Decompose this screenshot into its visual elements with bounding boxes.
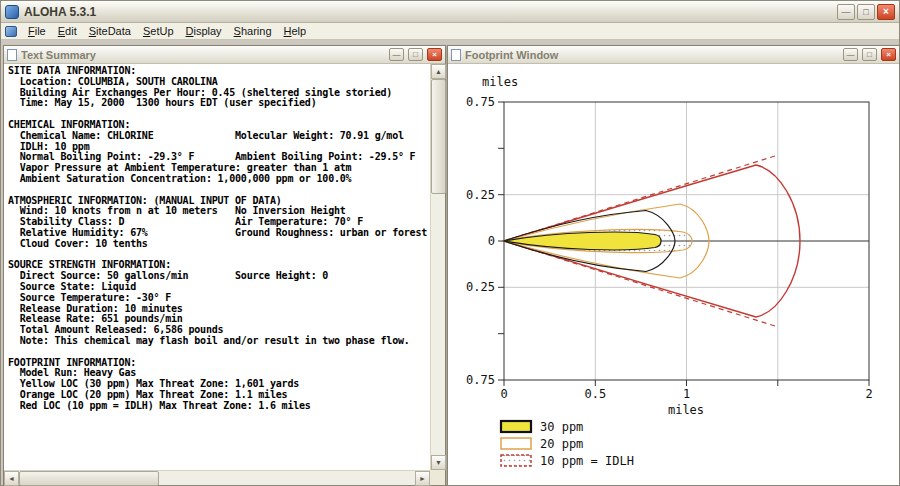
y-tick: 0.25	[466, 280, 495, 294]
minimize-button[interactable]: —	[389, 48, 404, 61]
x-axis-title: miles	[668, 403, 704, 417]
text-summary-window: Text Summary — □ × SITE DATA INFORMATION…	[3, 45, 446, 486]
footprint-chart: miles miles	[448, 64, 899, 485]
main-titlebar[interactable]: ALOHA 5.3.1 — □ ×	[1, 1, 899, 23]
scroll-up-icon[interactable]: ▲	[431, 64, 446, 79]
maximize-button[interactable]: □	[408, 48, 423, 61]
y-axis-title: miles	[482, 75, 518, 89]
footprint-title: Footprint Window	[465, 49, 839, 61]
menu-item-file[interactable]: File	[22, 24, 52, 38]
vertical-scrollbar-thumb[interactable]	[431, 79, 446, 194]
mdi-area: Text Summary — □ × SITE DATA INFORMATION…	[2, 41, 898, 484]
x-tick: 0	[500, 387, 507, 401]
text-summary-title: Text Summary	[21, 49, 385, 61]
legend: 30 ppm 20 ppm 10 ppm = IDLH	[501, 420, 634, 468]
footprint-titlebar[interactable]: Footprint Window — □ ×	[448, 46, 899, 64]
scroll-left-icon[interactable]: ◄	[4, 471, 19, 486]
menu-item-sharing[interactable]: Sharing	[228, 24, 278, 38]
horizontal-scrollbar-thumb[interactable]	[19, 471, 159, 486]
legend-swatch-red	[501, 455, 531, 466]
menubar: FileEditSiteDataSetUpDisplaySharingHelp	[1, 23, 899, 40]
footprint-window: Footprint Window — □ × miles miles	[447, 45, 900, 486]
app-title: ALOHA 5.3.1	[24, 5, 837, 19]
y-tick: 0.75	[466, 373, 495, 387]
x-tick-labels: 0 0.5 1 2	[500, 387, 872, 401]
maximize-button[interactable]: □	[857, 4, 875, 20]
x-tick: 0.5	[584, 387, 606, 401]
document-icon	[7, 49, 17, 61]
text-summary-content: SITE DATA INFORMATION: Location: COLUMBI…	[4, 64, 445, 485]
y-tick: 0.75	[466, 95, 495, 109]
close-button[interactable]: ×	[877, 4, 895, 20]
minimize-button[interactable]: —	[843, 48, 858, 61]
legend-label: 20 ppm	[540, 437, 583, 451]
x-tick: 1	[683, 387, 690, 401]
y-tick: 0	[488, 234, 495, 248]
horizontal-scrollbar[interactable]: ◄ ►	[4, 470, 430, 485]
minimize-button[interactable]: —	[837, 4, 855, 20]
menu-item-display[interactable]: Display	[180, 24, 228, 38]
menu-item-setup[interactable]: SetUp	[137, 24, 180, 38]
legend-swatch-yellow	[501, 421, 531, 432]
menu-item-help[interactable]: Help	[278, 24, 313, 38]
document-icon	[451, 49, 461, 61]
document-icon	[5, 26, 17, 37]
menu-item-sitedata[interactable]: SiteData	[83, 24, 137, 38]
vertical-scrollbar[interactable]: ▲ ▼	[430, 64, 445, 470]
menu-item-edit[interactable]: Edit	[52, 24, 83, 38]
y-tick: 0.25	[466, 188, 495, 202]
close-button[interactable]: ×	[427, 48, 442, 61]
legend-swatch-orange	[501, 438, 531, 449]
close-button[interactable]: ×	[881, 48, 896, 61]
y-tick-labels: 0.75 0.25 0 0.25 0.75	[466, 95, 495, 387]
x-tick: 2	[865, 387, 872, 401]
text-summary-titlebar[interactable]: Text Summary — □ ×	[4, 46, 445, 64]
scrollbar-corner	[430, 470, 445, 485]
summary-text: SITE DATA INFORMATION: Location: COLUMBI…	[4, 64, 430, 470]
app-icon	[5, 5, 19, 19]
maximize-button[interactable]: □	[862, 48, 877, 61]
aloha-main-window: ALOHA 5.3.1 — □ × FileEditSiteDataSetUpD…	[0, 0, 900, 486]
scroll-down-icon[interactable]: ▼	[431, 455, 446, 470]
legend-label: 30 ppm	[540, 420, 583, 434]
footprint-content: miles miles	[448, 64, 899, 485]
legend-label: 10 ppm = IDLH	[540, 454, 634, 468]
scroll-right-icon[interactable]: ►	[415, 471, 430, 486]
